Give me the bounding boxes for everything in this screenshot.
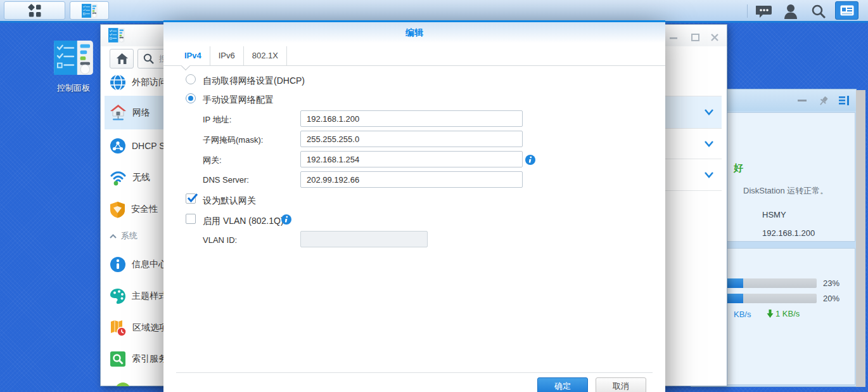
- sidebar-item-label: 主题样式: [132, 291, 167, 302]
- vlan-checkbox[interactable]: [186, 214, 196, 224]
- main-menu-button[interactable]: [4, 1, 65, 20]
- widget-pin-icon[interactable]: [818, 95, 829, 107]
- ok-button[interactable]: 确定: [537, 377, 588, 392]
- desktop: 好 DiskStation 运转正常。 HSMY 192.168.1.200 0…: [0, 0, 868, 392]
- info-center-icon: [110, 256, 126, 273]
- widget-dock-icon[interactable]: [839, 96, 850, 105]
- ram-usage-percent: 20%: [823, 294, 839, 303]
- tab-8021x[interactable]: 802.1X: [244, 46, 287, 65]
- sidebar-item-label: 索引服务: [132, 353, 167, 365]
- sidebar-item-partial-icon: [115, 382, 131, 386]
- sidebar-item-label: 网络: [132, 107, 150, 119]
- checkmark-icon: [187, 192, 200, 204]
- notifications-icon[interactable]: [756, 5, 772, 18]
- window-close-button[interactable]: [710, 33, 720, 41]
- radio-manual[interactable]: [186, 93, 196, 103]
- section-collapse-icon: [110, 234, 117, 238]
- dns-server-label: DNS Server:: [203, 175, 249, 185]
- theme-palette-icon: [110, 288, 126, 304]
- taskbar-control-panel-button[interactable]: [70, 1, 109, 20]
- home-button[interactable]: [110, 49, 134, 69]
- upload-speed: KB/s: [734, 310, 751, 319]
- sidebar-item-label: 安全性: [131, 204, 158, 215]
- dialog-title: 编辑: [163, 22, 665, 43]
- download-speed-row: 1 KB/s: [767, 309, 800, 318]
- dialog-footer-divider: [176, 372, 653, 373]
- window-minimize-button[interactable]: [670, 33, 679, 41]
- control-panel-mini-icon: [108, 28, 125, 42]
- taskbar: [0, 0, 868, 23]
- gateway-input[interactable]: [300, 151, 523, 167]
- control-panel-shortcut-icon: [54, 41, 93, 75]
- chevron-down-icon: [704, 140, 714, 148]
- sidebar-item-label: DHCP S: [132, 141, 165, 151]
- chevron-down-icon: [704, 171, 714, 180]
- status-headline: 好: [734, 162, 743, 174]
- server-name-value: HSMY: [762, 210, 786, 219]
- radio-dhcp[interactable]: [186, 74, 196, 84]
- ip-address-input[interactable]: [300, 110, 523, 127]
- vlan-id-label: VLAN ID:: [203, 235, 237, 245]
- default-gateway-label: 设为默认网关: [203, 195, 256, 207]
- user-options-icon[interactable]: [784, 4, 798, 19]
- gateway-info-icon[interactable]: [525, 155, 535, 165]
- subnet-mask-input[interactable]: [300, 131, 523, 147]
- ip-address-value: 192.168.1.200: [762, 228, 815, 238]
- control-panel-task-icon: [82, 4, 98, 18]
- main-menu-grid-icon: [28, 4, 42, 18]
- sidebar-item-label: 信息中心: [132, 259, 167, 270]
- tab-ipv4[interactable]: IPv4: [176, 46, 210, 65]
- network-house-icon: [110, 104, 127, 121]
- cancel-button[interactable]: 取消: [596, 377, 646, 392]
- dhcp-server-icon: [110, 138, 126, 154]
- status-detail: DiskStation 运转正常。: [743, 185, 828, 197]
- tab-ipv6[interactable]: IPv6: [210, 46, 244, 65]
- download-arrow-icon: [767, 310, 774, 318]
- vlan-info-icon[interactable]: [281, 214, 291, 225]
- regional-options-icon: [110, 320, 127, 337]
- sidebar-item-label: 区域选项: [132, 322, 168, 334]
- sidebar-section-label: 系统: [121, 230, 137, 242]
- radio-manual-label: 手动设置网络配置: [203, 95, 274, 106]
- shield-icon: [110, 201, 125, 218]
- ip-address-label: IP 地址:: [203, 114, 231, 126]
- home-icon: [116, 53, 128, 64]
- vlan-id-input: [300, 231, 428, 247]
- widget-panel-icon: [840, 5, 854, 16]
- vlan-checkbox-label: 启用 VLAN (802.1Q): [203, 216, 284, 227]
- default-gateway-checkbox[interactable]: [186, 193, 196, 204]
- search-icon[interactable]: [812, 4, 826, 18]
- taskbar-separator: [747, 4, 748, 18]
- edit-dialog: 编辑 IPv4 IPv6 802.1X 自动取得网络设置(DHCP) 手动设置网…: [163, 20, 665, 392]
- search-icon: [143, 53, 154, 64]
- cpu-usage-percent: 23%: [823, 278, 839, 288]
- widget-minimize-icon[interactable]: [798, 100, 807, 102]
- desktop-scrollbar[interactable]: [856, 90, 865, 387]
- gateway-label: 网关:: [203, 155, 222, 166]
- wifi-icon: [110, 169, 127, 186]
- subnet-mask-label: 子网掩码(mask):: [203, 134, 263, 146]
- sidebar-item-label: 外部访问: [132, 77, 167, 88]
- radio-dhcp-label: 自动取得网络设置(DHCP): [203, 75, 305, 87]
- dns-server-input[interactable]: [300, 171, 523, 188]
- indexing-service-icon: [110, 351, 126, 367]
- globe-icon: [110, 74, 126, 91]
- chevron-down-icon: [704, 108, 714, 117]
- sidebar-item-label: 无线: [132, 172, 150, 183]
- window-maximize-button[interactable]: [691, 33, 701, 41]
- download-speed: 1 KB/s: [775, 309, 800, 318]
- dialog-tab-bar: IPv4 IPv6 802.1X: [163, 46, 665, 66]
- widget-panel-toggle-button[interactable]: [835, 1, 858, 20]
